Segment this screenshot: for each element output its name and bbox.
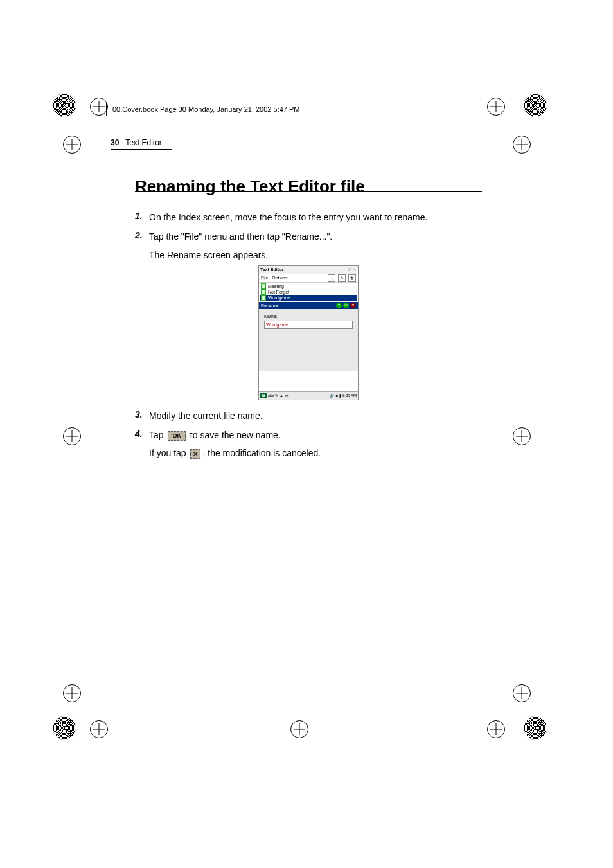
new-icon: ▭ [328,274,335,282]
crop-cross-icon [63,427,81,445]
start-button: G [260,393,267,398]
page-header: 30 Text Editor [111,138,162,147]
header-rule [111,149,172,150]
app-title: Text Editor [260,267,283,272]
taskbar-icons: abc ✎ ▲ ▭ [268,393,289,398]
heading-rule [135,191,482,192]
step-text: On the Index screen, move the focus to t… [149,211,427,224]
name-input: Wordgame [264,321,353,329]
close-icon: X [350,303,356,308]
crop-cross-icon [487,98,505,116]
crop-cross-icon [513,684,531,702]
step-text: Tap the "File" menu and then tap "Rename… [149,230,332,243]
crop-cross-icon [63,136,81,154]
taskbar-right: 🔊 ◆ ▮ 6:20 AM [330,393,357,398]
document-icon [261,295,266,301]
step-text: Modify the current file name. [149,409,263,422]
page-title: Renaming the Text Editor file [135,177,365,197]
list-item: Meeting [260,283,357,289]
subtext-pre: If you tap [149,448,188,458]
crop-radial-icon [53,94,76,117]
list-item: Not Forget [260,289,357,295]
document-icon [261,283,266,289]
crop-cross-icon [90,98,108,116]
step-2-subtext: The Rename screen appears. [149,250,482,260]
delete-icon: 🗑 [348,274,356,282]
document-icon [261,289,266,295]
step-1: 1. On the Index screen, move the focus t… [135,211,482,224]
crop-radial-icon [524,94,547,117]
taskbar-time: 6:20 AM [342,394,357,398]
rename-screenshot: Text Editor ⟳ ✕ File Options ▭ ✎ 🗑 Meeti… [258,265,359,400]
step-number: 4. [135,429,149,439]
step-number: 1. [135,211,149,221]
crop-cross-icon [90,720,108,738]
crop-radial-icon [524,716,547,740]
step-2: 2. Tap the "File" menu and then tap "Ren… [135,230,482,243]
crop-cross-icon [513,136,531,154]
section-name: Text Editor [125,138,162,147]
step-text-pre: Tap [149,430,166,440]
book-info-line: 00.Cover.book Page 30 Monday, January 21… [112,105,300,113]
ok-button-inline-icon: OK [168,431,186,441]
cancel-button-inline-icon: ✕ [190,449,200,459]
edit-icon: ✎ [338,274,346,282]
rename-dialog-title: Rename [261,303,278,308]
step-3: 3. Modify the current file name. [135,409,482,422]
step-number: 2. [135,230,149,240]
crop-cross-icon [487,720,505,738]
crop-cross-icon [63,684,81,702]
step-text: Tap OK to save the new name. [149,429,281,441]
page-frame-left [106,103,107,116]
help-icon: ? [336,303,342,308]
ok-icon: O [343,303,349,308]
crop-cross-icon [290,720,308,738]
steps-block: 1. On the Index screen, move the focus t… [135,211,482,464]
name-label: Name: [264,314,353,319]
step-text-post: to save the new name. [188,430,281,440]
crop-cross-icon [513,427,531,445]
step-4-subtext: If you tap ✕, the modification is cancel… [149,448,482,459]
crop-radial-icon [53,716,76,740]
step-4: 4. Tap OK to save the new name. [135,429,482,441]
page-number: 30 [111,138,119,147]
menu-file: File [261,276,268,280]
tray-icons: 🔊 ◆ ▮ [330,394,341,398]
titlebar-icons: ⟳ ✕ [348,267,357,272]
step-number: 3. [135,409,149,420]
menu-options: Options [272,276,287,280]
list-item-selected: Wordgame [260,295,357,301]
subtext-post: , the modification is canceled. [202,448,321,458]
name-input-value: Wordgame [266,323,288,327]
